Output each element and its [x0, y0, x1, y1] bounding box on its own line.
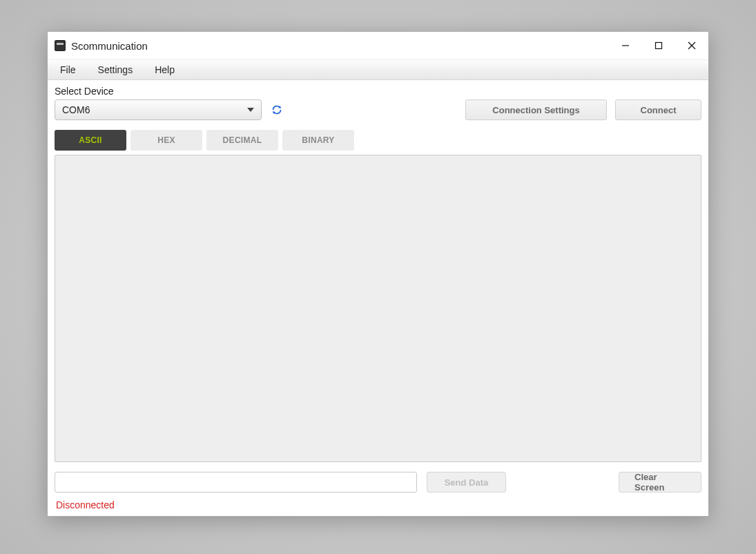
menu-help[interactable]: Help	[151, 63, 179, 77]
menu-settings[interactable]: Settings	[94, 63, 137, 77]
device-select[interactable]: COM6	[55, 99, 262, 120]
device-select-value: COM6	[62, 104, 90, 115]
top-row: COM6 Connection Settings Connect	[55, 99, 701, 120]
refresh-button[interactable]	[270, 103, 284, 117]
tab-decimal[interactable]: DECIMAL	[206, 130, 278, 151]
chevron-down-icon	[247, 108, 254, 112]
title-bar: Scommunication	[48, 32, 708, 59]
content-area: Select Device COM6 Connection Settings C…	[48, 80, 708, 516]
connect-button[interactable]: Connect	[615, 99, 701, 120]
device-select-label: Select Device	[55, 86, 701, 97]
tab-binary[interactable]: BINARY	[282, 130, 354, 151]
minimize-icon	[621, 41, 630, 50]
send-input[interactable]	[55, 472, 417, 493]
window-title: Scommunication	[71, 40, 148, 52]
bottom-row: Send Data Clear Screen	[55, 472, 701, 493]
view-tabs: ASCII HEX DECIMAL BINARY	[55, 130, 701, 151]
menu-bar: File Settings Help	[48, 59, 708, 80]
log-output[interactable]	[55, 155, 701, 462]
status-text: Disconnected	[55, 499, 701, 510]
close-button[interactable]	[675, 32, 708, 59]
connection-settings-button[interactable]: Connection Settings	[465, 99, 607, 120]
maximize-button[interactable]	[642, 32, 675, 59]
clear-screen-button[interactable]: Clear Screen	[619, 472, 701, 493]
send-data-button[interactable]: Send Data	[427, 472, 506, 493]
app-icon	[55, 40, 66, 51]
app-window: Scommunication File Settings Help Select…	[47, 31, 709, 517]
close-icon	[688, 41, 696, 50]
menu-file[interactable]: File	[56, 63, 80, 77]
maximize-icon	[655, 41, 663, 50]
minimize-button[interactable]	[609, 32, 642, 59]
window-controls	[609, 32, 708, 59]
tab-hex[interactable]: HEX	[130, 130, 202, 151]
refresh-icon	[271, 104, 283, 116]
svg-rect-1	[656, 43, 662, 49]
tab-ascii[interactable]: ASCII	[55, 130, 126, 151]
